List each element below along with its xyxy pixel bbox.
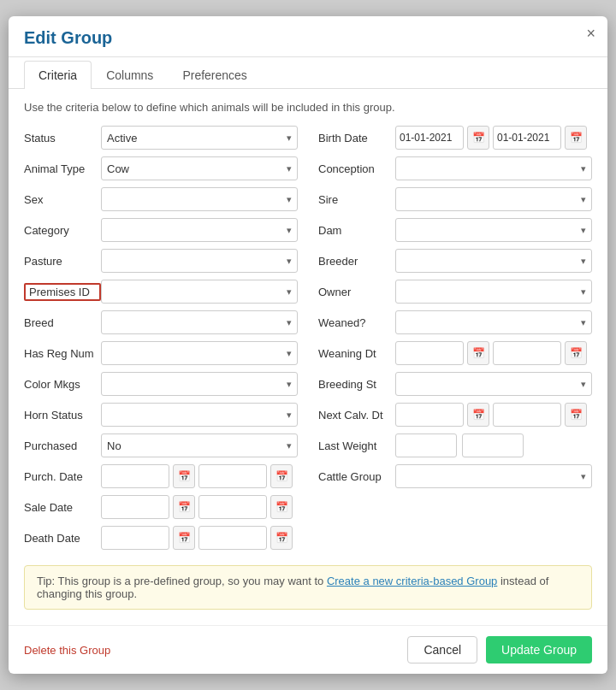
sire-row: Sire xyxy=(308,187,592,211)
next-calv-dt-to[interactable] xyxy=(493,403,561,427)
death-date-from[interactable] xyxy=(101,526,169,550)
last-weight-to[interactable] xyxy=(462,433,524,457)
close-button[interactable]: × xyxy=(586,25,595,43)
sale-date-to[interactable] xyxy=(198,495,267,519)
sale-date-to-cal[interactable]: 📅 xyxy=(270,495,293,519)
sale-date-group: 📅 📅 xyxy=(101,495,298,519)
has-reg-num-select[interactable] xyxy=(101,341,298,365)
status-label: Status xyxy=(24,132,101,144)
weaning-dt-to[interactable] xyxy=(493,341,561,365)
birth-date-from[interactable] xyxy=(395,126,464,150)
color-mkgs-select[interactable] xyxy=(101,372,298,396)
update-button[interactable]: Update Group xyxy=(486,636,592,663)
death-date-to[interactable] xyxy=(198,526,267,550)
weaning-dt-to-cal[interactable]: 📅 xyxy=(565,341,587,365)
premises-id-select[interactable] xyxy=(101,280,298,304)
death-date-label: Death Date xyxy=(24,532,101,545)
premises-id-label: Premises ID xyxy=(24,283,101,301)
sire-select-wrapper xyxy=(395,187,592,211)
weaning-dt-row: Weaning Dt 📅 📅 xyxy=(308,341,592,365)
death-date-row: Death Date 📅 📅 xyxy=(24,526,308,550)
tab-criteria[interactable]: Criteria xyxy=(24,61,92,89)
delete-link[interactable]: Delete this Group xyxy=(24,644,110,657)
next-calv-dt-to-cal[interactable]: 📅 xyxy=(565,403,587,427)
purch-date-to[interactable] xyxy=(198,464,267,488)
modal-header: Edit Group × xyxy=(9,16,607,57)
has-reg-num-row: Has Reg Num xyxy=(24,341,308,365)
last-weight-group xyxy=(395,433,592,457)
next-calv-dt-row: Next Calv. Dt 📅 📅 xyxy=(308,403,592,427)
animal-type-select[interactable]: Cow xyxy=(101,156,298,180)
tip-text-before: Tip: This group is a pre-defined group, … xyxy=(37,575,327,587)
status-select-wrapper: Active xyxy=(101,126,298,150)
breed-select[interactable] xyxy=(101,310,298,334)
conception-label: Conception xyxy=(318,162,395,175)
purch-date-row: Purch. Date 📅 📅 xyxy=(24,464,308,488)
breeding-st-select[interactable] xyxy=(395,372,592,396)
last-weight-label: Last Weight xyxy=(318,439,395,452)
modal-body: Use the criteria below to define which a… xyxy=(9,89,607,622)
sire-select[interactable] xyxy=(395,187,592,211)
weaned-label: Weaned? xyxy=(318,316,395,329)
conception-select[interactable] xyxy=(395,156,592,180)
sex-select[interactable] xyxy=(101,187,298,211)
modal-title: Edit Group xyxy=(24,28,112,47)
purchased-label: Purchased xyxy=(24,439,101,452)
category-row: Category xyxy=(24,218,308,242)
pasture-select[interactable] xyxy=(101,249,298,273)
sex-row: Sex xyxy=(24,187,308,211)
sale-date-from-cal[interactable]: 📅 xyxy=(173,495,195,519)
purch-date-from[interactable] xyxy=(101,464,169,488)
tab-preferences[interactable]: Preferences xyxy=(168,61,261,89)
death-date-group: 📅 📅 xyxy=(101,526,298,550)
tip-link[interactable]: Create a new criteria-based Group xyxy=(327,575,497,587)
tab-columns[interactable]: Columns xyxy=(92,61,168,89)
cattle-group-select-wrapper xyxy=(395,464,592,488)
breeding-st-select-wrapper xyxy=(395,372,592,396)
owner-label: Owner xyxy=(318,286,395,298)
purch-date-label: Purch. Date xyxy=(24,470,101,483)
death-date-to-cal[interactable]: 📅 xyxy=(270,526,293,550)
weaned-select[interactable] xyxy=(395,310,592,334)
weaning-dt-from[interactable] xyxy=(395,341,464,365)
owner-row: Owner xyxy=(308,280,592,304)
purchased-select[interactable]: No xyxy=(101,433,298,457)
cancel-button[interactable]: Cancel xyxy=(407,636,477,663)
sire-label: Sire xyxy=(318,193,395,206)
weaning-dt-from-cal[interactable]: 📅 xyxy=(467,341,489,365)
next-calv-dt-from-cal[interactable]: 📅 xyxy=(467,403,489,427)
color-mkgs-select-wrapper xyxy=(101,372,298,396)
purch-date-to-cal[interactable]: 📅 xyxy=(270,464,293,488)
breeder-select[interactable] xyxy=(395,249,592,273)
birth-date-group: 📅 📅 xyxy=(395,126,592,150)
last-weight-from[interactable] xyxy=(395,433,457,457)
birth-date-label: Birth Date xyxy=(318,132,395,144)
tip-box: Tip: This group is a pre-defined group, … xyxy=(24,565,592,610)
next-calv-dt-from[interactable] xyxy=(395,403,464,427)
status-select[interactable]: Active xyxy=(101,126,298,150)
weaned-row: Weaned? xyxy=(308,310,592,334)
breeding-st-label: Breeding St xyxy=(318,378,395,391)
horn-status-row: Horn Status xyxy=(24,403,308,427)
birth-date-to[interactable] xyxy=(493,126,561,150)
pasture-label: Pasture xyxy=(24,255,101,268)
category-select[interactable] xyxy=(101,218,298,242)
conception-select-wrapper xyxy=(395,156,592,180)
cattle-group-row: Cattle Group xyxy=(308,464,592,488)
cattle-group-select[interactable] xyxy=(395,464,592,488)
purch-date-from-cal[interactable]: 📅 xyxy=(173,464,195,488)
horn-status-select[interactable] xyxy=(101,403,298,427)
owner-select[interactable] xyxy=(395,280,592,304)
dam-select[interactable] xyxy=(395,218,592,242)
birth-date-to-cal[interactable]: 📅 xyxy=(565,126,587,150)
animal-type-row: Animal Type Cow xyxy=(24,156,308,180)
breed-row: Breed xyxy=(24,310,308,334)
sale-date-from[interactable] xyxy=(101,495,169,519)
death-date-from-cal[interactable]: 📅 xyxy=(173,526,195,550)
birth-date-from-cal[interactable]: 📅 xyxy=(467,126,489,150)
breeding-st-row: Breeding St xyxy=(308,372,592,396)
purchased-select-wrapper: No xyxy=(101,433,298,457)
next-calv-dt-group: 📅 📅 xyxy=(395,403,592,427)
breeder-label: Breeder xyxy=(318,255,395,268)
footer-right: Cancel Update Group xyxy=(407,636,592,663)
